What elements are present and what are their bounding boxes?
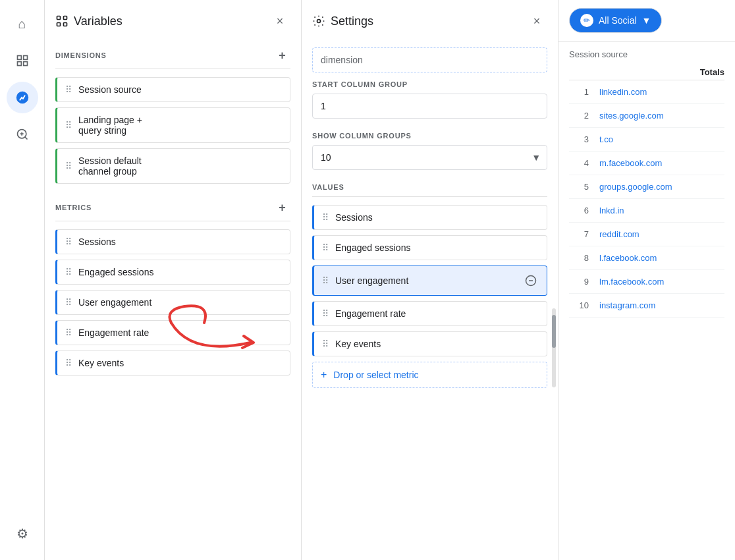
values-item-sessions[interactable]: ⠿ Sessions — [312, 205, 547, 230]
drag-handle-icon: ⠿ — [322, 275, 329, 286]
table-row: 1 linkedin.com — [569, 80, 724, 104]
metric-label: Engagement rate — [78, 327, 149, 338]
dimensions-divider — [55, 69, 290, 69]
values-item-engaged-sessions[interactable]: ⠿ Engaged sessions — [312, 235, 547, 260]
dimension-item-session-source[interactable]: ⠿ Session source — [55, 77, 290, 102]
drag-handle-icon: ⠿ — [65, 327, 72, 338]
table-row: 5 groups.google.com — [569, 175, 724, 199]
row-link[interactable]: lm.facebook.com — [594, 277, 664, 287]
right-panel-header: ✏ All Social ▼ — [558, 0, 735, 42]
start-column-group-input[interactable] — [312, 94, 547, 119]
drag-handle-icon: ⠿ — [322, 308, 329, 319]
svg-rect-3 — [23, 62, 27, 66]
svg-rect-1 — [23, 56, 27, 60]
metric-item-engagement-rate[interactable]: ⠿ Engagement rate — [55, 320, 290, 345]
settings-panel: Settings × dimension START COLUMN GROUP … — [302, 0, 558, 560]
row-link[interactable]: instagram.com — [594, 300, 655, 310]
values-item-key-events[interactable]: ⠿ Key events — [312, 331, 547, 356]
dimensions-section-label: DIMENSIONS + — [55, 47, 290, 63]
analytics-icon[interactable] — [7, 82, 38, 113]
remove-item-button[interactable] — [523, 273, 539, 289]
show-column-groups-select-container: 5 10 15 20 25 50 ▼ — [312, 145, 547, 170]
variables-panel: Variables × DIMENSIONS + ⠿ Session sourc… — [45, 0, 302, 560]
dimension-item-landing-page[interactable]: ⠿ Landing page +query string — [55, 107, 290, 143]
segment-label: All Social — [599, 15, 637, 26]
values-item-label: Engagement rate — [335, 308, 539, 319]
drag-handle-icon: ⠿ — [65, 120, 72, 130]
chart-icon[interactable] — [7, 45, 38, 76]
table-row: 10 instagram.com — [569, 294, 724, 318]
table-header-row: Totals — [569, 65, 724, 80]
metric-label: Sessions — [78, 237, 116, 247]
row-link[interactable]: linkedin.com — [594, 87, 653, 97]
row-link[interactable]: groups.google.com — [594, 182, 672, 192]
drop-select-metric-item[interactable]: + Drop or select metric — [312, 362, 547, 388]
table-row: 8 l.facebook.com — [569, 246, 724, 270]
metric-item-user-engagement[interactable]: ⠿ User engagement — [55, 290, 290, 315]
row-link[interactable]: reddit.com — [594, 229, 653, 239]
start-column-group-label: START COLUMN GROUP — [312, 80, 547, 88]
dimension-item-channel-group[interactable]: ⠿ Session defaultchannel group — [55, 148, 290, 184]
drag-handle-icon: ⠿ — [322, 242, 329, 253]
session-source-field-label: Session source — [569, 42, 724, 65]
metric-item-key-events[interactable]: ⠿ Key events — [55, 350, 290, 376]
row-link[interactable]: t.co — [594, 134, 653, 144]
values-item-label: Key events — [335, 339, 539, 349]
table-row: 6 lnkd.in — [569, 199, 724, 223]
table-row: 4 m.facebook.com — [569, 152, 724, 175]
data-table: Session source Totals 1 linkedin.com 2 s… — [558, 42, 735, 560]
values-section: VALUES ⠿ Sessions ⠿ Engaged sessions ⠿ U… — [312, 183, 547, 393]
drag-handle-icon: ⠿ — [65, 358, 72, 368]
metrics-section-label: METRICS + — [55, 200, 290, 215]
row-link[interactable]: l.facebook.com — [594, 253, 657, 263]
settings-icon[interactable]: ⚙ — [7, 518, 38, 549]
settings-panel-header: Settings × — [312, 11, 547, 37]
values-item-label: Engaged sessions — [335, 242, 539, 253]
table-row: 3 t.co — [569, 128, 724, 152]
values-section-label: VALUES — [312, 183, 547, 191]
drag-handle-icon: ⠿ — [322, 212, 329, 223]
segment-selector-button[interactable]: ✏ All Social ▼ — [569, 8, 662, 33]
show-column-groups-label: SHOW COLUMN GROUPS — [312, 132, 547, 140]
metric-label: Key events — [78, 358, 124, 368]
drag-handle-icon: ⠿ — [65, 297, 72, 308]
row-link[interactable]: sites.google.com — [594, 111, 664, 121]
add-metric-button[interactable]: + — [275, 200, 290, 215]
svg-point-11 — [317, 20, 321, 23]
totals-header: Totals — [659, 67, 724, 77]
svg-rect-7 — [57, 16, 61, 20]
show-column-groups-select[interactable]: 5 10 15 20 25 50 — [312, 145, 547, 170]
svg-rect-8 — [64, 16, 67, 20]
settings-close-button[interactable]: × — [526, 11, 547, 32]
variables-close-button[interactable]: × — [269, 11, 290, 32]
values-item-label: Sessions — [335, 212, 539, 223]
variables-panel-header: Variables × — [55, 11, 290, 37]
segment-dropdown-arrow: ▼ — [642, 15, 651, 26]
settings-gear-icon — [312, 14, 325, 28]
svg-line-6 — [24, 137, 27, 140]
dimension-placeholder: dimension — [312, 47, 547, 72]
metric-label: Engaged sessions — [78, 267, 153, 277]
metric-item-sessions[interactable]: ⠿ Sessions — [55, 229, 290, 254]
scrollbar-thumb[interactable] — [552, 315, 556, 348]
metric-item-engaged-sessions[interactable]: ⠿ Engaged sessions — [55, 260, 290, 285]
values-item-label: User engagement — [335, 275, 516, 286]
svg-rect-0 — [17, 56, 21, 60]
plus-icon: + — [321, 369, 327, 381]
add-dimension-button[interactable]: + — [275, 47, 290, 63]
start-column-group-field: START COLUMN GROUP — [312, 80, 547, 119]
drag-handle-icon: ⠿ — [322, 339, 329, 349]
values-item-engagement-rate[interactable]: ⠿ Engagement rate — [312, 301, 547, 326]
row-link[interactable]: lnkd.in — [594, 206, 653, 215]
settings-panel-title: Settings — [312, 14, 373, 28]
home-icon[interactable]: ⌂ — [7, 8, 38, 40]
row-link[interactable]: m.facebook.com — [594, 158, 662, 168]
table-row: 9 lm.facebook.com — [569, 270, 724, 294]
values-item-user-engagement[interactable]: ⠿ User engagement — [312, 266, 547, 296]
drop-metric-label: Drop or select metric — [333, 370, 418, 380]
search-console-icon[interactable] — [7, 119, 38, 150]
dimension-label: Session source — [78, 84, 142, 95]
scrollbar-track[interactable] — [552, 308, 556, 387]
metrics-section: METRICS + ⠿ Sessions ⠿ Engaged sessions … — [55, 200, 290, 381]
drag-handle-icon: ⠿ — [65, 84, 72, 95]
